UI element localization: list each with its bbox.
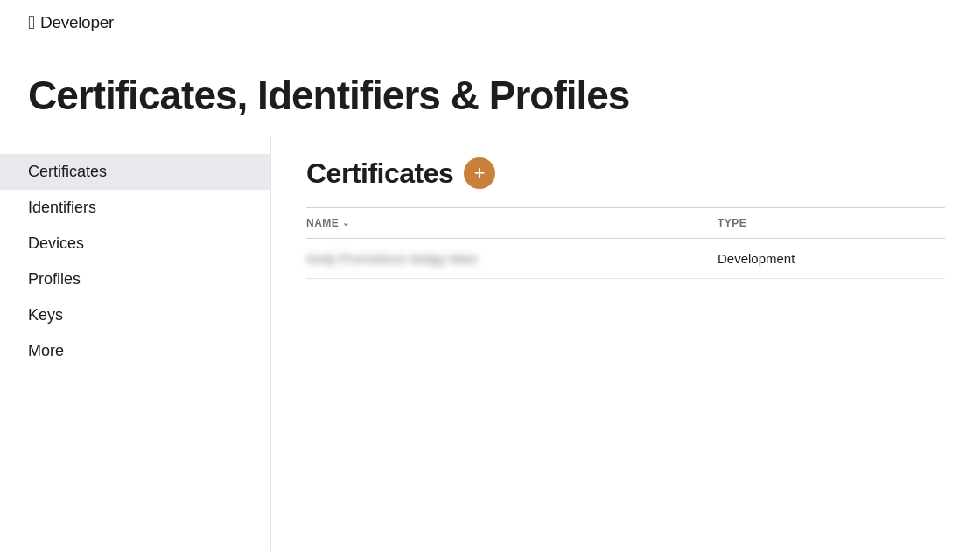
top-nav:  Developer: [0, 0, 980, 45]
content-title: Certificates: [306, 157, 453, 190]
sidebar-item-identifiers[interactable]: Identifiers: [0, 190, 270, 226]
column-name-label: NAME: [306, 217, 339, 229]
table-body: Andy Promotions dodgy MarcDevelopment: [306, 239, 945, 279]
sidebar-item-certificates[interactable]: Certificates: [0, 154, 270, 190]
sidebar: CertificatesIdentifiersDevicesProfilesKe…: [0, 136, 271, 551]
table-row[interactable]: Andy Promotions dodgy MarcDevelopment: [306, 239, 945, 279]
cell-type: Development: [718, 251, 945, 266]
sidebar-item-profiles[interactable]: Profiles: [0, 262, 270, 297]
apple-logo-icon: : [28, 11, 35, 34]
main-content: CertificatesIdentifiersDevicesProfilesKe…: [0, 136, 980, 551]
content-area: Certificates + NAME ⌄ TYPE Andy Promotio…: [271, 136, 980, 551]
table-header: NAME ⌄ TYPE: [306, 208, 945, 239]
column-header-name: NAME ⌄: [306, 217, 718, 229]
add-certificate-button[interactable]: +: [464, 157, 495, 189]
column-header-type: TYPE: [718, 217, 945, 229]
sidebar-item-devices[interactable]: Devices: [0, 226, 270, 262]
column-type-label: TYPE: [718, 217, 746, 229]
cell-name: Andy Promotions dodgy Marc: [306, 251, 718, 266]
page-title: Certificates, Identifiers & Profiles: [28, 73, 952, 118]
sidebar-item-keys[interactable]: Keys: [0, 297, 270, 333]
certificates-table: NAME ⌄ TYPE Andy Promotions dodgy MarcDe…: [306, 207, 945, 279]
sort-arrow-icon: ⌄: [342, 218, 350, 227]
content-header: Certificates +: [306, 157, 945, 190]
developer-label: Developer: [40, 13, 114, 32]
sidebar-item-more[interactable]: More: [0, 333, 270, 369]
page-header: Certificates, Identifiers & Profiles: [0, 45, 980, 136]
